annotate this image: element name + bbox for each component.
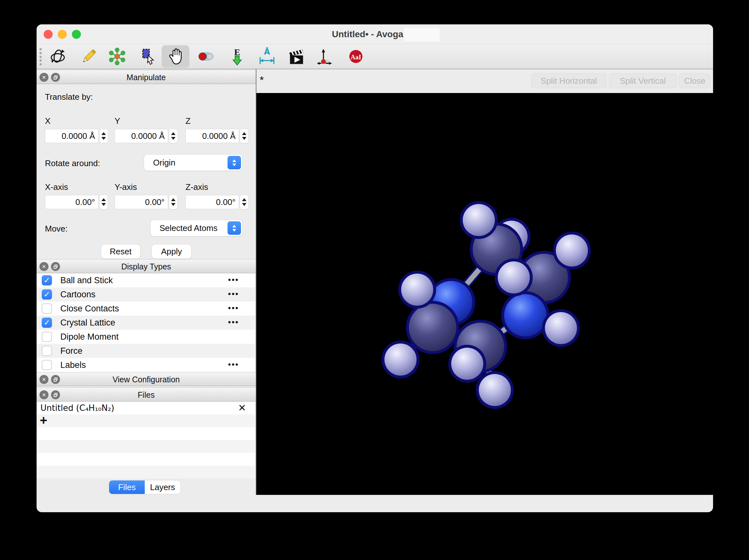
svg-text:E: E	[234, 47, 240, 57]
split-horizontal-button[interactable]: Split Horizontal	[531, 74, 606, 88]
panel-title: Manipulate	[37, 70, 256, 84]
translate-y-input[interactable]: 0.0000 Å	[114, 129, 168, 143]
display-type-label: Labels	[60, 358, 86, 372]
atom-h-sphere[interactable]	[556, 234, 588, 267]
atom-h-sphere[interactable]	[479, 374, 511, 406]
atom-c-sphere[interactable]	[409, 304, 456, 351]
fragment-tool-icon[interactable]	[103, 45, 131, 68]
rotate-z-stepper[interactable]	[240, 195, 249, 209]
checked-checkbox[interactable]: ✓	[42, 317, 52, 328]
close-file-icon[interactable]: ✕	[238, 402, 246, 415]
dock-tab-switcher: FilesLayers	[109, 480, 180, 494]
align-tool-icon[interactable]	[310, 45, 338, 68]
display-type-label: Dipole Moment	[60, 330, 119, 344]
apply-button[interactable]: Apply	[152, 244, 191, 259]
label-tool-icon[interactable]: AaI	[342, 45, 370, 68]
navigate-tool-icon[interactable]	[44, 45, 71, 68]
x-label: X	[45, 116, 50, 126]
atom-h-sphere[interactable]	[545, 312, 577, 344]
atom-h-sphere[interactable]	[384, 343, 416, 376]
display-types-panel-header: ✕ Display Types	[37, 259, 256, 273]
display-type-label: Ball and Stick	[60, 273, 113, 287]
unchecked-checkbox[interactable]	[42, 360, 52, 370]
display-type-row: Close Contacts•••	[37, 301, 255, 316]
molecule-3d-view	[256, 93, 713, 495]
checked-checkbox[interactable]: ✓	[42, 289, 52, 299]
unchecked-checkbox[interactable]	[42, 304, 52, 314]
chevron-up-down-icon	[228, 221, 241, 235]
z-label: Z	[186, 116, 191, 126]
manipulate-tool-icon[interactable]	[162, 45, 189, 68]
file-name-label: Untitled (C₄H₁₀N₂)	[40, 402, 114, 415]
rotate-around-select[interactable]: Origin	[144, 155, 242, 171]
add-file-button[interactable]: +	[40, 413, 47, 428]
rotate-x-stepper[interactable]	[100, 195, 108, 209]
unchecked-checkbox[interactable]	[42, 346, 52, 356]
options-ellipsis-button[interactable]: •••	[228, 358, 239, 372]
view-configuration-panel-header: ✕ View Configuration	[37, 372, 256, 386]
file-row[interactable]: Untitled (C₄H₁₀N₂)✕	[37, 402, 255, 415]
files-panel-header: ✕ Files	[37, 387, 256, 402]
y-axis-label: Y-axis	[114, 182, 137, 192]
atom-n-sphere[interactable]	[504, 294, 547, 336]
auto-optimize-tool-icon[interactable]: E	[223, 45, 251, 68]
gl-render-area[interactable]	[256, 93, 713, 495]
desktop: Untitled• - Avogadro EÅAaI ✕ Manipulate …	[0, 0, 749, 560]
atom-h-sphere[interactable]	[498, 262, 530, 293]
panel-title: Display Types	[37, 260, 256, 274]
panel-title: Files	[37, 388, 256, 402]
panel-title: View Configuration	[37, 372, 256, 386]
display-type-label: Force	[60, 344, 83, 358]
dock-tab-layers[interactable]: Layers	[145, 480, 180, 494]
close-view-button[interactable]: Close	[679, 74, 710, 88]
dock-tab-files[interactable]: Files	[109, 480, 145, 494]
files-list: Untitled (C₄H₁₀N₂)✕+	[37, 402, 255, 478]
options-ellipsis-button[interactable]: •••	[228, 273, 239, 287]
titlebar-proxy-rect	[404, 28, 440, 41]
move-value: Selected Atoms	[159, 220, 218, 236]
avogadro-window: Untitled• - Avogadro EÅAaI ✕ Manipulate …	[37, 24, 713, 512]
titlebar: Untitled• - Avogadro	[37, 24, 713, 44]
display-type-row: ✓Crystal Lattice•••	[37, 316, 255, 330]
translate-by-label: Translate by:	[45, 92, 93, 102]
translate-x-stepper[interactable]	[100, 129, 108, 143]
split-vertical-button[interactable]: Split Vertical	[609, 74, 677, 88]
display-type-label: Cartoons	[60, 287, 95, 301]
options-ellipsis-button[interactable]: •••	[228, 287, 239, 301]
toolbar-drag-handle[interactable]	[40, 48, 42, 65]
options-ellipsis-button[interactable]: •••	[228, 301, 239, 316]
viewport-tab-strip: * Split Horizontal Split Vertical Close	[256, 69, 713, 93]
svg-text:AaI: AaI	[351, 53, 361, 61]
atom-h-sphere[interactable]	[451, 348, 483, 380]
display-type-row: Force	[37, 344, 255, 358]
translate-y-stepper[interactable]	[169, 129, 177, 143]
z-axis-label: Z-axis	[186, 182, 208, 192]
translate-z-stepper[interactable]	[240, 129, 249, 143]
atom-h-sphere[interactable]	[401, 274, 433, 306]
rotate-z-input[interactable]: 0.00°	[186, 195, 239, 209]
rotate-y-stepper[interactable]	[169, 195, 177, 209]
left-dock: ✕ Manipulate Translate by: X Y Z 0.0000 …	[37, 69, 256, 495]
options-ellipsis-button[interactable]: •••	[228, 316, 239, 330]
animation-tool-icon[interactable]	[283, 45, 310, 68]
checked-checkbox[interactable]: ✓	[42, 275, 52, 286]
viewport-area: * Split Horizontal Split Vertical Close	[256, 69, 713, 495]
rotate-around-value: Origin	[153, 155, 175, 171]
selection-tool-icon[interactable]	[134, 45, 162, 68]
draw-tool-icon[interactable]	[75, 45, 103, 68]
x-axis-label: X-axis	[45, 182, 68, 192]
move-select[interactable]: Selected Atoms	[150, 220, 242, 236]
display-type-row: Labels•••	[37, 358, 255, 372]
translate-x-input[interactable]: 0.0000 Å	[45, 129, 99, 143]
atom-h-sphere[interactable]	[463, 204, 495, 236]
rotate-x-input[interactable]: 0.00°	[45, 195, 99, 209]
display-type-row: ✓Cartoons•••	[37, 287, 255, 301]
rotate-y-input[interactable]: 0.00°	[114, 195, 168, 209]
bond-centric-tool-icon[interactable]	[193, 45, 220, 68]
unchecked-checkbox[interactable]	[42, 332, 52, 342]
translate-z-input[interactable]: 0.0000 Å	[186, 129, 239, 143]
measure-tool-icon[interactable]: Å	[253, 45, 281, 68]
reset-button[interactable]: Reset	[101, 244, 140, 259]
file-row	[37, 427, 255, 440]
y-label: Y	[114, 116, 120, 126]
